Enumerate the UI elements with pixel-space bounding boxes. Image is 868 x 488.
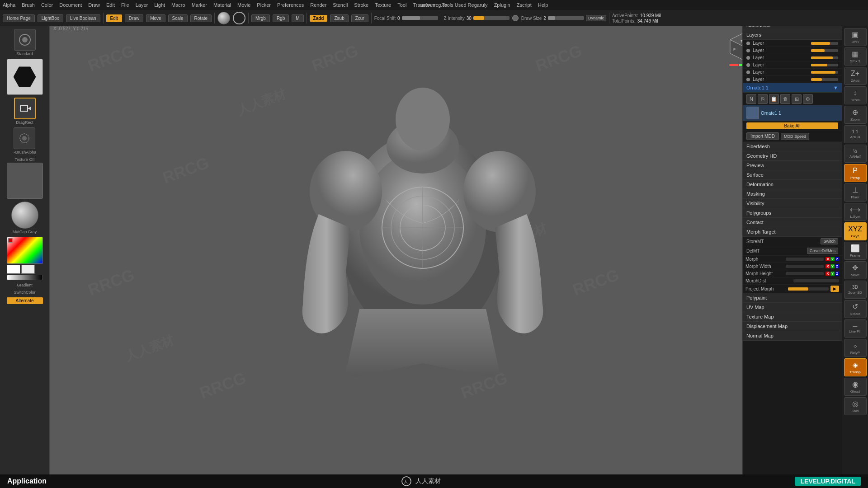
layer-slider-3[interactable]	[811, 56, 838, 59]
bake-all-button[interactable]: Bake All	[746, 122, 838, 129]
move-side-button[interactable]: ✥ Move	[844, 261, 867, 279]
project-morph-button[interactable]: ▶	[830, 286, 839, 292]
menu-layer[interactable]: Layer	[136, 2, 148, 8]
layer-slider-5[interactable]	[811, 71, 838, 74]
layer-slider-4[interactable]	[811, 64, 838, 66]
bpr-button[interactable]: ▣ BPR	[844, 28, 867, 46]
transp-button[interactable]: ◈ Transp	[844, 358, 867, 376]
spix-button[interactable]: ▦ SPix 3	[844, 47, 867, 66]
layer-slider-6[interactable]	[811, 78, 838, 81]
menu-zscript[interactable]: Zscript	[517, 2, 532, 8]
focal-shift-slider[interactable]	[402, 16, 438, 20]
copy-button[interactable]: ⎘	[758, 94, 768, 104]
mode-sphere[interactable]	[233, 12, 245, 24]
alternate-button[interactable]: Alternate	[7, 297, 43, 304]
layer-slider-1[interactable]	[811, 42, 838, 45]
rgb-button[interactable]: Rgb	[273, 14, 289, 22]
morph-target-header[interactable]: Morph Target	[743, 227, 842, 237]
linefill-button[interactable]: — Line Fill	[844, 319, 867, 338]
project-morph-slider[interactable]	[788, 287, 829, 291]
m-button[interactable]: M	[292, 14, 303, 22]
layer-slider-2[interactable]	[811, 49, 838, 52]
draw-size-slider[interactable]	[548, 16, 584, 20]
switch-button[interactable]: Switch	[821, 238, 838, 244]
menu-zplugin[interactable]: Zplugin	[494, 2, 510, 8]
s-button[interactable]	[512, 15, 519, 21]
zadd-side-button[interactable]: Z+ ZAdd	[844, 67, 867, 85]
edit-button[interactable]: Edit	[106, 14, 122, 22]
brush-preview-box[interactable]	[7, 59, 43, 95]
white-swatch[interactable]	[7, 265, 20, 274]
solo-button[interactable]: ◎ Solo	[844, 397, 867, 415]
menu-tools-used[interactable]: Tools Used Regaruly	[442, 2, 488, 8]
menu-material[interactable]: Material	[213, 2, 231, 8]
ghost-button[interactable]: ◉ Ghost	[844, 378, 867, 396]
menu-tool[interactable]: Tool	[397, 2, 406, 8]
menu-edit[interactable]: Edit	[106, 2, 115, 8]
menu-stroke[interactable]: Stroke	[354, 2, 368, 8]
preview-header[interactable]: Preview	[743, 161, 842, 170]
morph-slider[interactable]	[786, 258, 824, 261]
home-page-button[interactable]: Home Page	[3, 14, 35, 22]
surface-header[interactable]: Surface	[743, 170, 842, 180]
settings-button2[interactable]: ⚙	[803, 94, 813, 104]
gradient-strip[interactable]	[7, 275, 43, 280]
morph-dist-slider[interactable]	[793, 279, 840, 282]
menu-movie[interactable]: Movie	[237, 2, 250, 8]
morph-width-slider[interactable]	[786, 265, 824, 268]
layer-item-4[interactable]: Layer	[743, 61, 842, 69]
visibility-header[interactable]: Visibility	[743, 199, 842, 208]
canvas-bg[interactable]: RRCG RRCG RRCG RRCG RRCG RRCG RRCG RRCG …	[50, 26, 796, 474]
texture-map-header[interactable]: Texture Map	[743, 312, 842, 322]
draw-button[interactable]: Draw	[125, 14, 143, 22]
layer-item-1[interactable]: Layer	[743, 40, 842, 47]
actual-button[interactable]: 1:1 Actual	[844, 125, 867, 143]
aahalf-button[interactable]: ½ AAHalf	[844, 145, 867, 163]
z-intensity-slider[interactable]	[473, 16, 509, 20]
menu-color[interactable]: Color	[41, 2, 53, 8]
layers-header[interactable]: Layers	[743, 30, 842, 40]
morph-height-slider[interactable]	[786, 272, 824, 275]
contact-header[interactable]: Contact	[743, 218, 842, 227]
menu-alpha[interactable]: Alpha	[3, 2, 15, 8]
deformation-header[interactable]: Deformation	[743, 180, 842, 189]
menu-macro[interactable]: Macro	[171, 2, 185, 8]
drag-rect-item[interactable]: DragRect	[14, 98, 36, 125]
rolyp-button[interactable]: ⬦ RolyP	[844, 339, 867, 357]
menu-file[interactable]: File	[121, 2, 129, 8]
standard-brush-item[interactable]: Standard	[14, 29, 36, 56]
menu-stencil[interactable]: Stencil	[333, 2, 348, 8]
dynamic-button[interactable]: Dynamic	[586, 15, 606, 21]
layer-item-6[interactable]: Layer	[743, 76, 842, 83]
menu-picker[interactable]: Picker	[257, 2, 271, 8]
menu-document[interactable]: Document	[59, 2, 82, 8]
menu-marker[interactable]: Marker	[192, 2, 207, 8]
lightbox-button[interactable]: LightBox	[38, 14, 63, 22]
zoomsd-button[interactable]: 3D Zoom3D	[844, 281, 867, 299]
scroll-button[interactable]: ↕ Scroll	[844, 86, 867, 104]
frame-button[interactable]: ⬜ Frame	[844, 242, 867, 260]
live-boolean-button[interactable]: Live Boolean	[66, 14, 100, 22]
zcur-button[interactable]: Zcur	[351, 14, 368, 22]
layer-item-3[interactable]: Layer	[743, 54, 842, 61]
layer-item-5[interactable]: Layer	[743, 69, 842, 76]
rotate-button[interactable]: Rotate	[190, 14, 212, 22]
merge-button[interactable]: ⊞	[792, 94, 802, 104]
delete-button[interactable]: 🗑	[780, 94, 790, 104]
polypaint-header[interactable]: Polypaint	[743, 293, 842, 303]
lsym-button[interactable]: ⟷ L.Sym	[844, 203, 867, 221]
persp-button[interactable]: P Persp	[844, 164, 867, 182]
uv-map-header[interactable]: UV Map	[743, 303, 842, 312]
normal-map-header[interactable]: Normal Map	[743, 331, 842, 341]
brush-alpha-item[interactable]: ~BrushAlpha	[13, 127, 37, 155]
menu-draw[interactable]: Draw	[88, 2, 100, 8]
masking-header[interactable]: Masking	[743, 189, 842, 199]
zoom-button[interactable]: ⊕ Zoom	[844, 106, 867, 124]
color-gradient-box[interactable]	[7, 237, 43, 264]
paste-button[interactable]: 📋	[769, 94, 779, 104]
mdd-speed-button[interactable]: MDD Speed	[781, 133, 809, 140]
menu-texture[interactable]: Texture	[375, 2, 391, 8]
subtools-header[interactable]: Ornate1 1 ▼	[743, 83, 842, 93]
fibermesh-header[interactable]: FiberMesh	[743, 142, 842, 151]
matcap-item[interactable]: MatCap Gray	[11, 202, 38, 234]
